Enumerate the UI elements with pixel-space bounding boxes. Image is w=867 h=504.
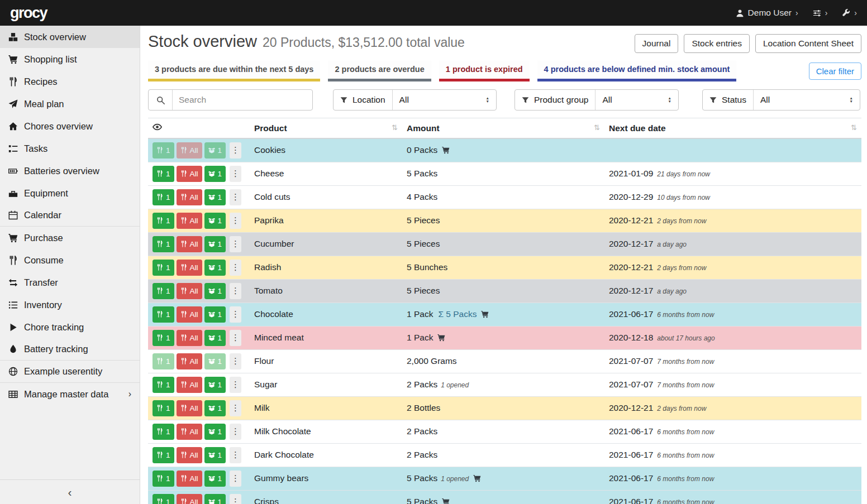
consume-one-button[interactable]: 1 (153, 166, 174, 182)
status-banner-due-soon[interactable]: 3 products are due within the next 5 day… (148, 60, 320, 81)
sidebar-item-example-userentity[interactable]: Example userentity (0, 361, 140, 383)
admin-menu[interactable] (842, 8, 857, 17)
row-menu-button[interactable] (230, 142, 241, 159)
consume-all-button[interactable]: All (177, 213, 202, 229)
open-one-button[interactable]: 1 (204, 330, 226, 346)
user-menu[interactable]: Demo User (736, 8, 798, 18)
sidebar-item-inventory[interactable]: Inventory (0, 294, 140, 316)
row-menu-button[interactable] (230, 306, 241, 323)
consume-all-button[interactable]: All (177, 471, 202, 487)
consume-one-button[interactable]: 1 (153, 213, 174, 229)
sidebar-item-batteries-overview[interactable]: Batteries overview (0, 160, 140, 182)
open-one-button[interactable]: 1 (204, 377, 226, 393)
consume-all-button[interactable]: All (177, 353, 202, 369)
column-header-next-due-date[interactable]: Next due date (609, 123, 666, 133)
consume-one-button[interactable]: 1 (153, 400, 174, 416)
row-menu-button[interactable] (230, 189, 241, 205)
sidebar-item-battery-tracking[interactable]: Battery tracking (0, 338, 140, 361)
consume-all-button[interactable]: All (177, 142, 202, 159)
row-menu-button[interactable] (230, 471, 241, 487)
consume-all-button[interactable]: All (177, 494, 202, 504)
row-menu-button[interactable] (230, 424, 241, 440)
open-one-button[interactable]: 1 (204, 260, 226, 276)
sidebar-item-stock-overview[interactable]: Stock overview (0, 26, 140, 48)
open-one-button[interactable]: 1 (204, 494, 226, 504)
sidebar-item-chores-overview[interactable]: Chores overview (0, 115, 140, 137)
consume-all-button[interactable]: All (177, 330, 202, 346)
location-select[interactable]: All (393, 90, 496, 110)
row-menu-button[interactable] (230, 377, 241, 393)
sidebar-item-manage-master-data[interactable]: Manage master data (0, 383, 140, 405)
open-one-button[interactable]: 1 (204, 142, 226, 159)
clear-filter-button[interactable]: Clear filter (809, 63, 861, 80)
sidebar-item-purchase[interactable]: Purchase (0, 227, 140, 249)
row-menu-button[interactable] (230, 166, 241, 182)
sidebar-item-transfer[interactable]: Transfer (0, 271, 140, 294)
status-banner-overdue[interactable]: 2 products are overdue (328, 60, 431, 81)
location-content-sheet-button[interactable]: Location Content Sheet (755, 34, 861, 53)
open-one-button[interactable]: 1 (204, 166, 226, 182)
row-menu-button[interactable] (230, 283, 241, 299)
row-menu-button[interactable] (230, 400, 241, 416)
consume-all-button[interactable]: All (177, 236, 202, 252)
consume-all-button[interactable]: All (177, 166, 202, 182)
open-one-button[interactable]: 1 (204, 400, 226, 416)
consume-one-button[interactable]: 1 (153, 377, 174, 393)
row-menu-button[interactable] (230, 330, 241, 346)
open-one-button[interactable]: 1 (204, 306, 226, 323)
consume-one-button[interactable]: 1 (153, 424, 174, 440)
consume-all-button[interactable]: All (177, 189, 202, 205)
consume-one-button[interactable]: 1 (153, 306, 174, 323)
consume-all-button[interactable]: All (177, 447, 202, 463)
open-one-button[interactable]: 1 (204, 353, 226, 369)
sidebar-item-equipment[interactable]: Equipment (0, 182, 140, 204)
status-banner-expired[interactable]: 1 product is expired (439, 60, 530, 81)
consume-all-button[interactable]: All (177, 283, 202, 299)
consume-one-button[interactable]: 1 (153, 353, 174, 369)
sidebar-item-meal-plan[interactable]: Meal plan (0, 93, 140, 115)
consume-all-button[interactable]: All (177, 377, 202, 393)
sidebar-item-tasks[interactable]: Tasks (0, 137, 140, 160)
open-one-button[interactable]: 1 (204, 283, 226, 299)
status-select[interactable]: All (754, 90, 860, 110)
stock-entries-button[interactable]: Stock entries (684, 34, 750, 53)
sidebar-item-consume[interactable]: Consume (0, 249, 140, 271)
consume-all-button[interactable]: All (177, 306, 202, 323)
column-header-product[interactable]: Product (254, 123, 287, 133)
grocy-logo[interactable]: grocy (10, 4, 47, 22)
row-menu-button[interactable] (230, 447, 241, 463)
consume-one-button[interactable]: 1 (153, 494, 174, 504)
row-menu-button[interactable] (230, 236, 241, 252)
row-menu-button[interactable] (230, 494, 241, 504)
sidebar-item-calendar[interactable]: Calendar (0, 204, 140, 227)
row-menu-button[interactable] (230, 213, 241, 229)
consume-one-button[interactable]: 1 (153, 260, 174, 276)
open-one-button[interactable]: 1 (204, 213, 226, 229)
sort-icon[interactable] (594, 123, 600, 132)
open-one-button[interactable]: 1 (204, 424, 226, 440)
consume-one-button[interactable]: 1 (153, 142, 174, 159)
row-menu-button[interactable] (230, 260, 241, 276)
sidebar-item-shopping-list[interactable]: Shopping list (0, 48, 140, 70)
sort-icon[interactable] (392, 123, 398, 132)
status-banner-below-min-stock[interactable]: 4 products are below defined min. stock … (537, 60, 737, 81)
row-menu-button[interactable] (230, 353, 241, 369)
open-one-button[interactable]: 1 (204, 236, 226, 252)
open-one-button[interactable]: 1 (204, 471, 226, 487)
column-header-amount[interactable]: Amount (407, 123, 440, 133)
journal-button[interactable]: Journal (635, 34, 679, 53)
consume-one-button[interactable]: 1 (153, 189, 174, 205)
open-one-button[interactable]: 1 (204, 447, 226, 463)
settings-menu[interactable] (813, 8, 828, 17)
consume-one-button[interactable]: 1 (153, 236, 174, 252)
sidebar-item-chore-tracking[interactable]: Chore tracking (0, 316, 140, 338)
consume-all-button[interactable]: All (177, 424, 202, 440)
sidebar-collapse-button[interactable] (0, 479, 140, 504)
consume-one-button[interactable]: 1 (153, 283, 174, 299)
product-group-select[interactable]: All (596, 90, 678, 110)
consume-one-button[interactable]: 1 (153, 471, 174, 487)
eye-icon[interactable] (153, 122, 162, 132)
sidebar-item-recipes[interactable]: Recipes (0, 70, 140, 93)
sort-icon[interactable] (851, 123, 857, 132)
consume-one-button[interactable]: 1 (153, 447, 174, 463)
